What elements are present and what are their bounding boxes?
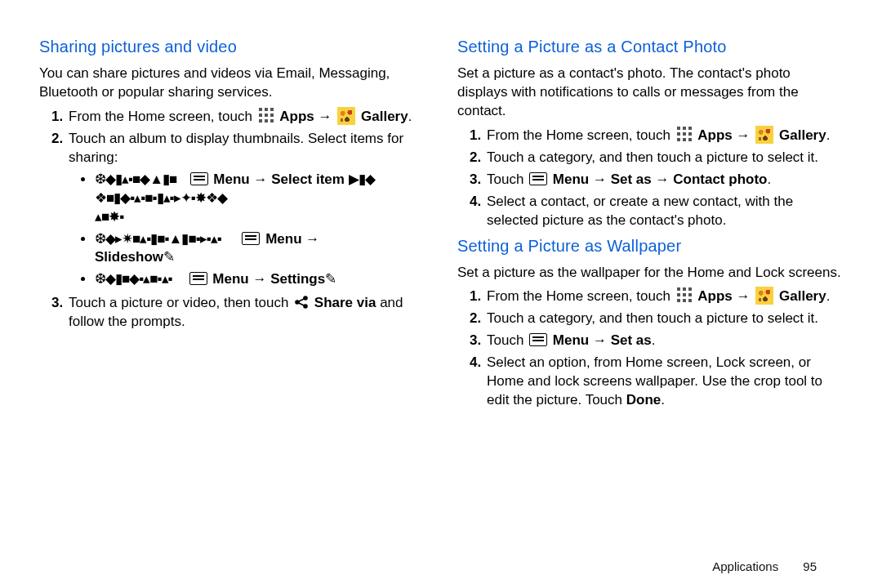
share-icon [294, 295, 309, 310]
menu-icon [189, 272, 207, 285]
menu-icon [529, 333, 547, 346]
page-content: Sharing pictures and video You can share… [0, 0, 882, 439]
svg-rect-27 [683, 293, 686, 296]
bullet-settings: ❆◆▮■◆▪▴■▪▴▪ Menu → Settings✎ [95, 270, 425, 289]
svg-rect-5 [270, 114, 274, 117]
cp-step-4: Select a contact, or create a new contac… [485, 193, 843, 230]
svg-rect-28 [688, 293, 692, 296]
svg-rect-22 [688, 138, 692, 141]
svg-rect-3 [259, 114, 262, 117]
svg-rect-30 [683, 299, 686, 302]
wp-step-3: Touch Menu → Set as. [485, 332, 843, 350]
svg-rect-19 [688, 132, 692, 136]
page-number: 95 [803, 559, 817, 573]
svg-rect-25 [688, 287, 692, 291]
apps-grid-icon [258, 107, 274, 123]
cp-step-2: Touch a category, and then touch a pictu… [485, 149, 843, 167]
menu-icon [529, 172, 547, 185]
intro-sharing: You can share pictures and videos via Em… [39, 65, 425, 102]
intro-wallpaper: Set a picture as the wallpaper for the H… [457, 264, 843, 283]
apps-grid-icon [676, 287, 693, 303]
svg-rect-29 [677, 299, 680, 302]
right-column: Setting a Picture as a Contact Photo Set… [457, 33, 843, 415]
wp-step-1: From the Home screen, touch Apps → Galle… [485, 287, 843, 306]
gallery-icon [755, 287, 773, 305]
menu-icon [242, 232, 260, 245]
svg-rect-15 [683, 127, 686, 130]
heading-wallpaper: Setting a Picture as Wallpaper [457, 235, 843, 257]
page-footer: Applications 95 [712, 559, 817, 573]
svg-rect-26 [677, 293, 680, 296]
steps-sharing: From the Home screen, touch Apps → Galle… [39, 107, 425, 332]
svg-rect-24 [683, 287, 686, 291]
gallery-icon [337, 107, 355, 125]
svg-line-13 [299, 303, 305, 305]
gallery-icon [755, 126, 773, 144]
svg-rect-1 [265, 108, 268, 111]
svg-rect-2 [270, 108, 274, 111]
svg-point-10 [304, 296, 307, 300]
left-column: Sharing pictures and video You can share… [39, 33, 425, 415]
step-2: Touch an album to display thumbnails. Se… [67, 130, 425, 290]
heading-contact-photo: Setting a Picture as a Contact Photo [457, 36, 843, 58]
svg-point-11 [304, 305, 307, 308]
svg-rect-4 [265, 114, 268, 117]
svg-rect-7 [265, 119, 268, 122]
svg-rect-23 [677, 287, 680, 291]
svg-rect-0 [259, 108, 262, 111]
cp-step-1: From the Home screen, touch Apps → Galle… [485, 126, 843, 145]
svg-rect-6 [259, 119, 262, 122]
svg-rect-31 [688, 299, 692, 302]
steps-wallpaper: From the Home screen, touch Apps → Galle… [457, 287, 843, 410]
svg-line-12 [299, 299, 305, 301]
menu-icon [190, 172, 208, 185]
svg-rect-17 [677, 132, 680, 136]
intro-contact-photo: Set a picture as a contact's photo. The … [457, 65, 843, 121]
svg-rect-16 [688, 127, 692, 130]
sub-bullets: ❆◆▮▴▪■◆▲▮■ Menu → Select item ▶▮◆ ❖■▮◆▪▴… [69, 171, 425, 290]
step-1: From the Home screen, touch Apps → Galle… [67, 107, 425, 127]
step-3: Touch a picture or video, then touch Sha… [67, 294, 425, 332]
apps-grid-icon [676, 126, 693, 142]
svg-rect-8 [270, 119, 274, 122]
svg-rect-18 [683, 132, 686, 136]
wp-step-2: Touch a category, and then touch a pictu… [485, 310, 843, 328]
chapter-label: Applications [712, 559, 778, 573]
wp-step-4: Select an option, from Home screen, Lock… [485, 354, 843, 410]
svg-rect-14 [677, 127, 680, 130]
svg-rect-20 [677, 138, 680, 141]
heading-sharing: Sharing pictures and video [39, 36, 425, 58]
steps-contact-photo: From the Home screen, touch Apps → Galle… [457, 126, 843, 230]
svg-rect-21 [683, 138, 686, 141]
bullet-slideshow: ❆◆▸✷■▴▪▮■▪▲▮■▪▸▪▴▪ Menu → Slideshow✎ [95, 230, 425, 268]
cp-step-3: Touch Menu → Set as → Contact photo. [485, 171, 843, 189]
bullet-select-item: ❆◆▮▴▪■◆▲▮■ Menu → Select item ▶▮◆ ❖■▮◆▪▴… [95, 171, 425, 227]
